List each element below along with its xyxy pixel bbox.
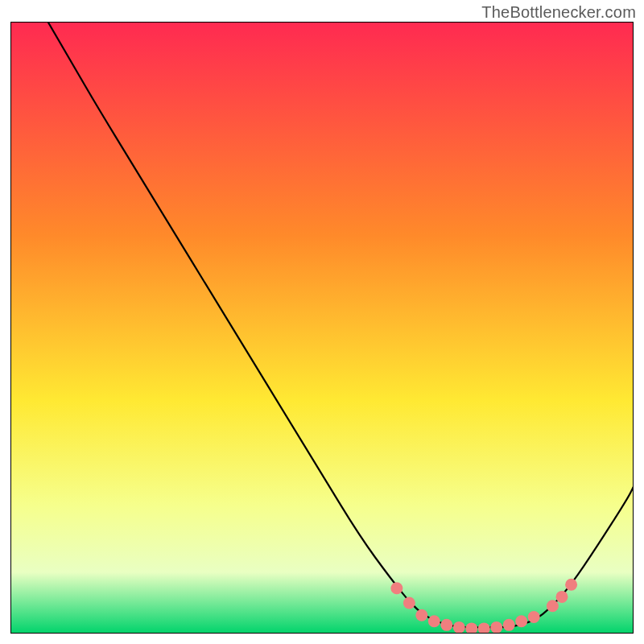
optimal-dot: [547, 600, 559, 612]
attribution-text: TheBottlenecker.com: [481, 3, 636, 22]
plot-svg: [10, 22, 634, 634]
optimal-dot: [415, 609, 427, 621]
optimal-dot: [515, 615, 527, 627]
optimal-dot: [528, 611, 540, 623]
chart-container: TheBottlenecker.com: [0, 0, 644, 644]
optimal-dot: [403, 597, 415, 609]
optimal-dot: [555, 591, 568, 603]
optimal-dot: [565, 579, 577, 591]
optimal-dot: [490, 621, 502, 634]
optimal-dot: [453, 621, 465, 634]
optimal-dot: [390, 582, 402, 594]
optimal-dot: [503, 619, 515, 631]
optimal-dot: [428, 615, 440, 627]
gradient-background: [10, 22, 634, 634]
optimal-dot: [440, 619, 452, 631]
plot-area: [10, 22, 634, 634]
